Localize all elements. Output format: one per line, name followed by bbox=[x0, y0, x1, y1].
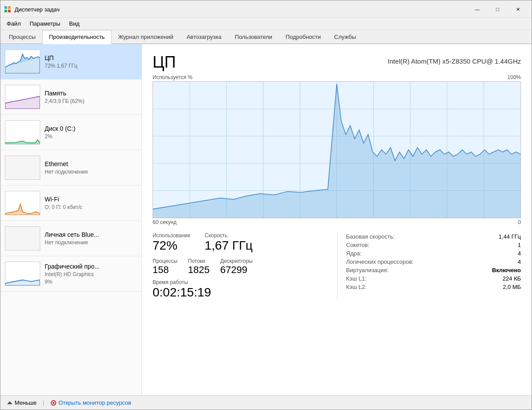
sidebar-memory-subtitle: 2,4/3,9 ГБ (62%) bbox=[45, 98, 137, 104]
main-chart bbox=[153, 81, 521, 218]
handles-stat: Дескрипторы 67299 bbox=[220, 258, 253, 276]
chart-label-row: Используется % 100% bbox=[153, 74, 521, 80]
window-controls: — □ ✕ bbox=[467, 3, 528, 15]
handles-value: 67299 bbox=[220, 264, 253, 276]
processes-label: Процессы bbox=[153, 258, 177, 264]
monitor-link[interactable]: Открыть монитор ресурсов bbox=[50, 399, 131, 406]
svg-marker-6 bbox=[5, 140, 40, 144]
minimize-button[interactable]: — bbox=[467, 3, 487, 15]
sidebar-item-cpu[interactable]: ЦП 72% 1,67 ГГц bbox=[0, 44, 142, 80]
footer-separator: | bbox=[43, 399, 44, 406]
svg-marker-7 bbox=[5, 204, 40, 215]
sidebar-info-gpu: Графический про... Intel(R) HD Graphics … bbox=[45, 263, 137, 285]
sidebar-thumb-wifi bbox=[5, 191, 40, 215]
svg-marker-22 bbox=[153, 84, 521, 218]
sidebar-info-wifi: Wi-Fi О: 0 П: 0 кбит/с bbox=[45, 196, 137, 210]
maximize-button[interactable]: □ bbox=[487, 3, 508, 15]
close-button[interactable]: ✕ bbox=[508, 3, 528, 15]
window-title: Диспетчер задач bbox=[15, 6, 463, 13]
sidebar-item-memory[interactable]: Память 2,4/3,9 ГБ (62%) bbox=[0, 80, 142, 115]
processes-stat: Процессы 158 bbox=[153, 258, 177, 276]
sidebar-info-ethernet: Ethernet Нет подключения bbox=[45, 160, 137, 175]
cores-label: Ядра: bbox=[346, 250, 362, 257]
detail-header: ЦП Intel(R) Atom(TM) x5-Z8350 CPU@ 1.44G… bbox=[153, 53, 521, 72]
menu-file[interactable]: Файл bbox=[2, 19, 25, 29]
info-table: Базовая скорость: 1,44 ГГц Сокетов: 1 Яд… bbox=[346, 232, 521, 291]
stats-grid: Использование 72% Скорость 1,67 ГГц Проц… bbox=[153, 232, 521, 300]
monitor-icon bbox=[50, 400, 57, 406]
sidebar-cpu-subtitle: 72% 1,67 ГГц bbox=[45, 63, 137, 69]
footer: Меньше | Открыть монитор ресурсов bbox=[0, 395, 532, 410]
sidebar-item-disk[interactable]: Диск 0 (C:) 2% bbox=[0, 115, 142, 150]
speed-stat: Скорость 1,67 ГГц bbox=[205, 232, 253, 256]
info-base-speed: Базовая скорость: 1,44 ГГц bbox=[346, 232, 521, 241]
sidebar-bluetooth-title: Личная сеть Blue... bbox=[45, 231, 137, 238]
tab-app-history[interactable]: Журнал приложений bbox=[111, 30, 180, 44]
sidebar-thumb-ethernet bbox=[5, 156, 40, 180]
threads-label: Потоки bbox=[188, 258, 210, 264]
info-l1: Кэш L1: 224 КБ bbox=[346, 274, 521, 283]
sidebar-bluetooth-subtitle: Нет подключения bbox=[45, 239, 137, 246]
logical-label: Логических процессоров: bbox=[346, 258, 414, 265]
menu-options[interactable]: Параметры bbox=[25, 19, 65, 29]
info-logical: Логических процессоров: 4 bbox=[346, 258, 521, 266]
svg-marker-8 bbox=[5, 280, 40, 285]
chart-x-end: 0 bbox=[518, 219, 521, 225]
cores-value: 4 bbox=[518, 250, 521, 257]
detail-title: ЦП bbox=[153, 53, 176, 72]
speed-value: 1,67 ГГц bbox=[205, 239, 253, 253]
detail-panel: ЦП Intel(R) Atom(TM) x5-Z8350 CPU@ 1.44G… bbox=[142, 44, 532, 395]
stats-left: Использование 72% Скорость 1,67 ГГц Проц… bbox=[153, 232, 337, 300]
sockets-label: Сокетов: bbox=[346, 242, 370, 248]
sidebar-thumb-bluetooth bbox=[5, 226, 40, 251]
monitor-label: Открыть монитор ресурсов bbox=[58, 399, 131, 406]
sidebar-item-wifi[interactable]: Wi-Fi О: 0 П: 0 кбит/с bbox=[0, 186, 142, 221]
sidebar-thumb-disk bbox=[5, 120, 40, 144]
sidebar-gpu-subtitle2: 9% bbox=[45, 279, 137, 285]
sidebar-item-gpu[interactable]: Графический про... Intel(R) HD Graphics … bbox=[0, 256, 142, 292]
less-button[interactable]: Меньше bbox=[7, 399, 37, 406]
sidebar-ethernet-subtitle: Нет подключения bbox=[45, 169, 137, 175]
threads-value: 1825 bbox=[188, 264, 210, 276]
title-bar: Диспетчер задач — □ ✕ bbox=[0, 0, 532, 18]
sidebar-item-ethernet[interactable]: Ethernet Нет подключения bbox=[0, 150, 142, 186]
info-sockets: Сокетов: 1 bbox=[346, 241, 521, 249]
usage-value: 72% bbox=[153, 239, 191, 253]
menu-view[interactable]: Вид bbox=[65, 19, 84, 29]
tab-details[interactable]: Подробности bbox=[279, 30, 328, 44]
tab-bar: Процессы Производительность Журнал прило… bbox=[0, 30, 532, 44]
tab-performance[interactable]: Производительность bbox=[42, 30, 111, 44]
l2-label: Кэш L2: bbox=[346, 284, 367, 290]
l2-value: 2,0 МБ bbox=[503, 284, 521, 290]
chevron-up-icon bbox=[7, 400, 13, 406]
tab-users[interactable]: Пользователи bbox=[228, 30, 279, 44]
chart-time-row: 60 секунд 0 bbox=[153, 219, 521, 225]
tab-services[interactable]: Службы bbox=[328, 30, 363, 44]
chart-y-label: Используется % bbox=[153, 74, 192, 80]
tab-processes[interactable]: Процессы bbox=[2, 30, 42, 44]
sidebar-gpu-subtitle: Intel(R) HD Graphics bbox=[45, 271, 137, 277]
sidebar-item-bluetooth[interactable]: Личная сеть Blue... Нет подключения bbox=[0, 221, 142, 256]
uptime-value: 0:02:15:19 bbox=[153, 285, 328, 300]
virtualization-label: Виртуализация: bbox=[346, 267, 389, 273]
sidebar-wifi-subtitle: О: 0 П: 0 кбит/с bbox=[45, 204, 137, 210]
tab-startup[interactable]: Автозагрузка bbox=[180, 30, 228, 44]
sidebar: ЦП 72% 1,67 ГГц Память 2,4/3,9 ГБ (62%) bbox=[0, 44, 142, 395]
svg-rect-3 bbox=[8, 10, 11, 12]
chart-y-max: 100% bbox=[507, 74, 521, 80]
sidebar-info-cpu: ЦП 72% 1,67 ГГц bbox=[45, 54, 137, 69]
info-l2: Кэш L2: 2,0 МБ bbox=[346, 283, 521, 291]
sidebar-disk-subtitle: 2% bbox=[45, 133, 137, 140]
virtualization-value: Включено bbox=[492, 267, 521, 273]
threads-stat: Потоки 1825 bbox=[188, 258, 210, 276]
detail-cpu-name: Intel(R) Atom(TM) x5-Z8350 CPU@ 1.44GHz bbox=[388, 53, 521, 65]
svg-marker-5 bbox=[5, 96, 40, 109]
usage-stat: Использование 72% bbox=[153, 232, 191, 256]
menu-bar: Файл Параметры Вид bbox=[0, 18, 532, 30]
uptime-label: Время работы bbox=[153, 279, 328, 285]
sidebar-memory-title: Память bbox=[45, 90, 137, 97]
l1-label: Кэш L1: bbox=[346, 275, 367, 282]
chart-x-start: 60 секунд bbox=[153, 219, 176, 225]
sidebar-thumb-cpu bbox=[5, 49, 40, 74]
speed-label: Скорость bbox=[205, 232, 253, 239]
